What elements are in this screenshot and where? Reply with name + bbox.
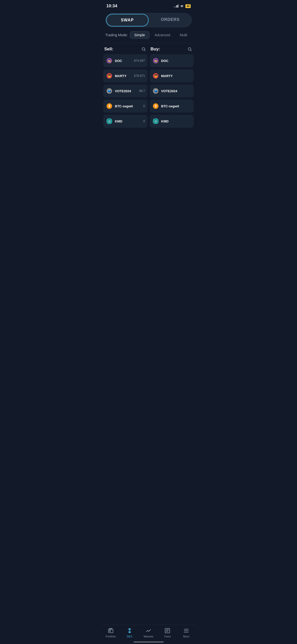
status-icons: 44: [174, 4, 191, 8]
asset-balance: 678.871: [134, 74, 145, 78]
asset-name: KMD: [161, 119, 169, 123]
asset-balance: 0: [143, 104, 145, 108]
swap-tab[interactable]: SWAP: [106, 14, 149, 26]
asset-left: 👦 MARTY: [106, 72, 126, 79]
buy-asset-row[interactable]: ₿ BTC-segwit: [150, 100, 194, 113]
status-time: 10:34: [106, 4, 117, 9]
svg-text:₿: ₿: [155, 104, 156, 108]
doc-icon: 🧙: [106, 57, 113, 64]
wifi-icon: [180, 5, 184, 8]
svg-text:👦: 👦: [154, 74, 157, 78]
vote-icon: 🗳️: [152, 87, 159, 94]
asset-name: DOC: [115, 59, 122, 63]
asset-name: KMD: [115, 119, 122, 123]
svg-point-1: [142, 48, 145, 50]
sell-asset-row[interactable]: ◎ KMD 0: [103, 115, 148, 128]
kmd-icon: ◎: [106, 118, 113, 125]
buy-search-button[interactable]: [187, 46, 193, 52]
sell-asset-row[interactable]: ₿ BTC-segwit 0: [103, 100, 148, 113]
buy-asset-list: 🧙 DOC 👦 MARTY 🗳️ VOTE2024 ₿ BTC-segwit ◎…: [150, 54, 194, 128]
asset-left: ₿ BTC-segwit: [152, 103, 179, 110]
asset-name: BTC-segwit: [115, 104, 133, 108]
orders-tab[interactable]: ORDERS: [149, 13, 192, 27]
asset-left: 🧙 DOC: [152, 57, 169, 64]
asset-left: 🗳️ VOTE2024: [152, 87, 177, 94]
marty-icon: 👦: [106, 72, 113, 79]
svg-line-2: [144, 50, 145, 51]
sell-column: Sell: 🧙 DOC 874.997 👦 MARTY 678.871: [103, 46, 148, 130]
asset-balance: 874.997: [134, 59, 145, 62]
svg-line-14: [190, 50, 191, 51]
asset-name: VOTE2024: [161, 89, 177, 93]
sell-asset-row[interactable]: 🗳️ VOTE2024 99.7: [103, 84, 148, 98]
asset-name: DOC: [161, 59, 169, 63]
sell-header: Sell:: [103, 46, 148, 54]
asset-name: VOTE2024: [115, 89, 131, 93]
asset-left: 🗳️ VOTE2024: [106, 87, 131, 94]
asset-balance: 0: [143, 119, 145, 123]
svg-text:◎: ◎: [108, 119, 111, 123]
svg-point-13: [188, 48, 191, 50]
trading-mode-bar: Trading Mode: Simple Advanced Multi: [101, 27, 196, 43]
asset-left: ₿ BTC-segwit: [106, 103, 133, 110]
asset-left: ◎ KMD: [106, 118, 122, 125]
buy-column: Buy: 🧙 DOC 👦 MARTY 🗳️ VOTE2024: [150, 46, 194, 130]
buy-asset-row[interactable]: 🗳️ VOTE2024: [150, 84, 194, 98]
mode-simple[interactable]: Simple: [130, 31, 149, 39]
buy-title: Buy:: [151, 47, 160, 52]
buy-header: Buy:: [150, 46, 194, 54]
svg-text:👦: 👦: [108, 74, 111, 78]
buy-asset-row[interactable]: 🧙 DOC: [150, 54, 194, 67]
status-bar: 10:34 44: [101, 0, 196, 11]
buy-asset-row[interactable]: 👦 MARTY: [150, 69, 194, 82]
sell-search-button[interactable]: [141, 46, 147, 52]
kmd-icon: ◎: [152, 118, 159, 125]
mode-multi[interactable]: Multi: [176, 31, 192, 39]
svg-point-0: [182, 7, 182, 8]
svg-text:🗳️: 🗳️: [108, 89, 111, 93]
tab-toggle: SWAP ORDERS: [105, 13, 192, 27]
svg-text:₿: ₿: [109, 104, 110, 108]
asset-balance: 99.7: [139, 89, 145, 93]
btc-icon: ₿: [106, 103, 113, 110]
svg-text:🧙: 🧙: [154, 59, 157, 62]
doc-icon: 🧙: [152, 57, 159, 64]
trading-mode-label: Trading Mode:: [105, 33, 128, 37]
mode-options: Simple Advanced Multi: [130, 31, 192, 39]
vote-icon: 🗳️: [106, 87, 113, 94]
buy-asset-row[interactable]: ◎ KMD: [150, 115, 194, 128]
sell-title: Sell:: [104, 47, 113, 52]
trade-columns: Sell: 🧙 DOC 874.997 👦 MARTY 678.871: [101, 43, 196, 130]
sell-asset-list: 🧙 DOC 874.997 👦 MARTY 678.871 🗳️ VOTE202…: [103, 54, 148, 128]
mode-advanced[interactable]: Advanced: [150, 31, 175, 39]
signal-icon: [174, 5, 178, 8]
svg-text:🗳️: 🗳️: [154, 89, 157, 93]
battery-indicator: 44: [185, 4, 191, 8]
sell-asset-row[interactable]: 👦 MARTY 678.871: [103, 69, 148, 82]
svg-text:🧙: 🧙: [108, 59, 111, 62]
asset-left: ◎ KMD: [152, 118, 169, 125]
asset-left: 🧙 DOC: [106, 57, 122, 64]
marty-icon: 👦: [152, 72, 159, 79]
sell-asset-row[interactable]: 🧙 DOC 874.997: [103, 54, 148, 67]
asset-name: MARTY: [161, 74, 173, 78]
asset-name: MARTY: [115, 74, 126, 78]
asset-left: 👦 MARTY: [152, 72, 173, 79]
asset-name: BTC-segwit: [161, 104, 179, 108]
btc-icon: ₿: [152, 103, 159, 110]
svg-text:◎: ◎: [154, 119, 157, 123]
